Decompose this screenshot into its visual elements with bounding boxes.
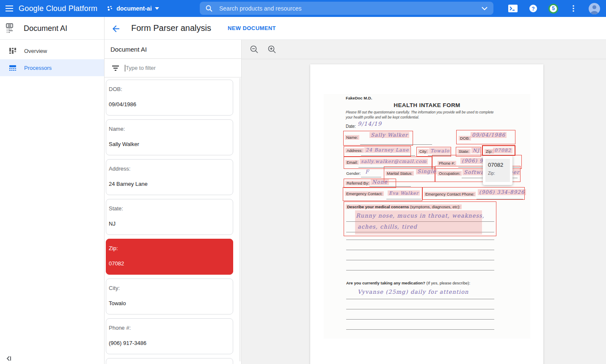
form-label-state: State: xyxy=(457,149,471,154)
form-instructions: your health profile and will be kept con… xyxy=(346,115,419,119)
sidebar-item-processors[interactable]: Processors xyxy=(0,59,104,76)
form-value-gender: F xyxy=(365,169,369,175)
search-placeholder: Search products and resources xyxy=(219,5,482,12)
document-page[interactable]: FakeDoc M.D. HEALTH INTAKE FORM Please f… xyxy=(310,64,543,364)
form-value-date: 9/14/19 xyxy=(358,121,382,127)
text-cursor xyxy=(125,65,125,72)
form-value-city: Towalo xyxy=(429,148,451,154)
field-card[interactable]: City:Towalo xyxy=(106,279,233,314)
form-label-occupation: Occupation: xyxy=(438,171,462,176)
fields-panel-title: Document AI xyxy=(105,40,241,59)
form-label-date: Date: xyxy=(346,124,356,129)
form-value-name: Sally Walker xyxy=(369,132,409,138)
new-document-button[interactable]: NEW DOCUMENT xyxy=(228,25,276,31)
form-label-address: Address: xyxy=(345,148,364,153)
field-card-label: Address: xyxy=(109,165,230,172)
form-label-marital-status: Marital Status: xyxy=(386,171,414,176)
notifications-badge[interactable]: 5 xyxy=(548,4,558,14)
form-value-zip: 07082 xyxy=(493,148,512,153)
field-card-label: Phone #: xyxy=(109,325,230,331)
filter-placeholder: Type to filter xyxy=(126,65,156,71)
help-icon[interactable]: ? xyxy=(528,3,538,14)
field-card[interactable]: State:NJ xyxy=(106,199,233,235)
form-value-marital-status: Single xyxy=(416,168,437,174)
field-card[interactable]: Address:24 Barney Lane xyxy=(106,159,233,195)
field-card-value: 07082 xyxy=(109,260,230,267)
tooltip-value: 07082 xyxy=(488,162,510,168)
overview-icon xyxy=(9,47,17,55)
document-viewer: FakeDoc M.D. HEALTH INTAKE FORM Please f… xyxy=(242,40,606,364)
form-value-emergency-contact-phone: (906) 334-8926 xyxy=(478,189,526,195)
form-value-medical-concerns-1: Runny nose, mucus in throat, weakness, xyxy=(356,212,485,219)
viewer-toolbar xyxy=(242,40,606,59)
product-title: Document AI xyxy=(24,24,67,33)
search-input[interactable]: Search products and resources xyxy=(200,2,493,15)
field-card[interactable] xyxy=(106,358,233,364)
field-card-label: DOB: xyxy=(109,86,230,92)
more-options-icon[interactable] xyxy=(568,3,578,14)
document-ai-icon xyxy=(6,23,15,33)
brand-logo[interactable]: Google Cloud Platform xyxy=(19,4,97,13)
form-value-dob: 09/04/1986 xyxy=(471,132,507,138)
project-name: document-ai xyxy=(116,5,152,12)
field-card-value: Towalo xyxy=(109,300,230,306)
field-card-value: Sally Walker xyxy=(109,141,230,147)
clinic-name: FakeDoc M.D. xyxy=(346,96,372,100)
menu-icon[interactable] xyxy=(0,0,19,17)
project-selector[interactable]: document-ai xyxy=(107,5,159,12)
form-value-emergency-contact: Eva Walker xyxy=(388,190,420,196)
field-card-value: NJ xyxy=(109,221,230,227)
filter-input[interactable]: Type to filter xyxy=(105,59,241,77)
field-card-selected[interactable]: Zip:07082 xyxy=(106,239,233,275)
field-card-label: City: xyxy=(109,285,230,291)
sidebar-item-label: Processors xyxy=(24,65,52,71)
form-title: HEALTH INTAKE FORM xyxy=(324,102,530,108)
form-label-gender: Gender: xyxy=(346,171,361,176)
form-label-email: Email: xyxy=(345,160,359,165)
form-label-zip: Zip: xyxy=(485,149,494,154)
field-card-value: (906) 917-3486 xyxy=(109,340,230,346)
form-label-emergency-contact: Emergency Contact: xyxy=(345,191,384,196)
fields-scrollbar[interactable] xyxy=(239,78,241,361)
avatar[interactable] xyxy=(589,3,600,14)
collapse-sidebar-icon[interactable] xyxy=(5,355,13,362)
sidebar-item-overview[interactable]: Overview xyxy=(0,42,104,59)
cloud-shell-icon[interactable] xyxy=(508,3,518,14)
form-label-medication: Are you currently taking any medication?… xyxy=(346,281,470,285)
form-value-referred-by: None xyxy=(371,179,389,185)
app-header: Document AI Form Parser analysis NEW DOC… xyxy=(0,17,606,40)
search-expand-icon[interactable] xyxy=(482,7,488,10)
form-label-city: City: xyxy=(418,149,429,154)
sidebar-item-label: Overview xyxy=(24,48,47,54)
search-icon xyxy=(206,5,212,12)
form-value-state: NJ xyxy=(471,148,481,153)
field-card-label: Zip: xyxy=(109,245,230,251)
form-value-email: sally.walker@cmail.com xyxy=(360,159,428,164)
form-value-medical-concerns-2: aches, chills, tired xyxy=(358,223,417,230)
field-card-value: 09/04/1986 xyxy=(109,101,230,108)
form-label-phone: Phone #: xyxy=(438,161,456,165)
project-icon xyxy=(107,5,113,12)
form-instructions: Please fill out the questionnaire carefu… xyxy=(346,110,493,114)
field-card[interactable]: Phone #:(906) 917-3486 xyxy=(106,318,233,354)
field-card-value: 24 Barney Lane xyxy=(109,181,230,187)
form-value-address: 24 Barney Lane xyxy=(364,147,410,153)
back-button[interactable] xyxy=(111,24,121,34)
processors-icon xyxy=(9,64,17,72)
form-label-name: Name: xyxy=(345,135,359,140)
field-card-label: State: xyxy=(109,205,230,212)
tooltip-label: Zip: xyxy=(488,171,510,176)
top-app-bar: Google Cloud Platform document-ai Search… xyxy=(0,0,606,17)
field-card-list: DOB:09/04/1986Name:Sally WalkerAddress:2… xyxy=(105,77,241,364)
sidebar: Overview Processors xyxy=(0,40,105,364)
product-home[interactable]: Document AI xyxy=(0,17,105,40)
field-card[interactable]: DOB:09/04/1986 xyxy=(106,80,233,116)
page-title: Form Parser analysis xyxy=(131,23,211,33)
field-card-label: Name: xyxy=(109,126,230,132)
form-label-emergency-contact-phone: Emergency Contact Phone: xyxy=(424,192,476,196)
form-label-dob: DOB: xyxy=(459,136,471,141)
zoom-out-icon[interactable] xyxy=(249,44,259,55)
form-value-medication: Vyvanse (25mg) daily for attention xyxy=(358,289,468,295)
field-card[interactable]: Name:Sally Walker xyxy=(106,119,233,155)
zoom-in-icon[interactable] xyxy=(267,44,277,55)
